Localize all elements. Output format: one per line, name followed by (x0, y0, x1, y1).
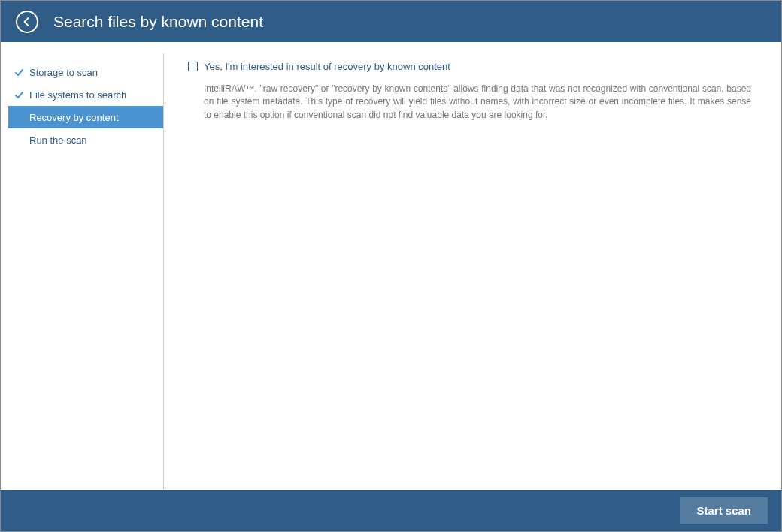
header: Search files by known content (1, 1, 781, 42)
sidebar-item-filesystems[interactable]: File systems to search (8, 83, 163, 106)
check-icon (14, 68, 24, 77)
sidebar-item-label: Run the scan (29, 135, 87, 146)
checkbox-row: Yes, I'm interested in result of recover… (188, 61, 751, 72)
content: Yes, I'm interested in result of recover… (164, 53, 774, 490)
footer: Start scan (1, 490, 781, 531)
recovery-description: IntelliRAW™, "raw recovery" or "recovery… (188, 83, 751, 122)
body: Storage to scan File systems to search R… (1, 42, 781, 490)
check-icon (14, 90, 24, 100)
sidebar-item-label: Recovery by content (29, 112, 119, 123)
page-title: Search files by known content (53, 13, 263, 31)
sidebar-item-recovery[interactable]: Recovery by content (8, 106, 163, 128)
sidebar-item-label: File systems to search (29, 89, 126, 101)
arrow-left-icon (22, 17, 32, 27)
back-button[interactable] (16, 11, 38, 33)
start-scan-button[interactable]: Start scan (680, 497, 768, 524)
sidebar-item-storage[interactable]: Storage to scan (8, 61, 163, 83)
sidebar: Storage to scan File systems to search R… (8, 53, 164, 490)
recovery-checkbox-label[interactable]: Yes, I'm interested in result of recover… (204, 61, 450, 72)
sidebar-item-run[interactable]: Run the scan (8, 128, 163, 151)
sidebar-item-label: Storage to scan (29, 67, 98, 78)
recovery-checkbox[interactable] (188, 62, 198, 71)
